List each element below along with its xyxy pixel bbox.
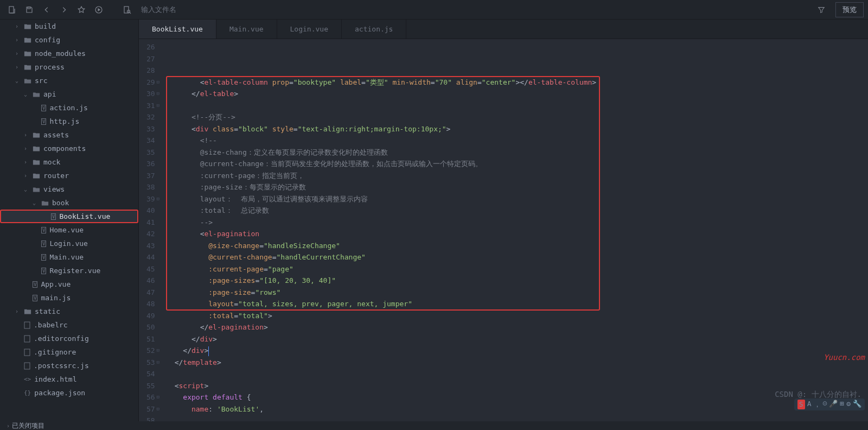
tree-file[interactable]: VApp.vue [0,277,138,291]
gutter-line: 33⊟ [139,123,159,135]
code-line[interactable]: :page-size="rows" [164,287,868,299]
tree-folder[interactable]: ⌄book [0,196,138,210]
forward-icon[interactable] [56,2,72,17]
code-line[interactable]: </el-pagination> [164,321,868,333]
file-icon: <> [24,376,31,383]
code-line[interactable]: :total： 总记录数 [164,205,868,217]
tree-folder[interactable]: ›router [0,169,138,182]
code-line[interactable]: <!--分页--> [164,111,868,123]
code-line[interactable]: :page-size：每页显示的记录数 [164,181,868,193]
code-line[interactable]: </div> [164,345,868,357]
tree-file[interactable]: <>index.html [0,372,138,386]
code-line[interactable]: <el-table-column prop="booktype" label="… [164,77,868,88]
code-line[interactable]: </el-table> [164,88,868,100]
code-content[interactable]: <el-table-column prop="booktype" label="… [164,39,868,421]
tree-folder[interactable]: ›assets [0,128,138,142]
tree-file[interactable]: VMain.vue [0,250,138,264]
tree-file[interactable]: VHome.vue [0,223,138,237]
gutter-line: 27⊟ [139,53,159,65]
folder-icon [24,36,31,44]
tab[interactable]: Login.vue [277,20,342,39]
code-area[interactable]: 26⊟27⊟28⊟29⊟30⊟31⊟32⊟33⊟34⊟35⊟36⊟37⊟38⊟3… [139,39,868,421]
code-line[interactable]: :current-page：指定当前页， [164,170,868,182]
file-icon: V [41,118,46,125]
code-line[interactable]: :page-sizes="[10, 20, 30, 40]" [164,275,868,287]
code-line[interactable] [164,100,868,112]
tree-file[interactable]: {}package.json [0,386,138,400]
folder-icon [24,64,31,71]
code-line[interactable]: :total="total"> [164,310,868,322]
ime-toolbar[interactable]: S A ， ☺ 🎤 ⊞ ⚙ 🔧 [794,399,865,410]
tab[interactable]: BookList.vue [139,20,216,39]
tree-file[interactable]: VBookList.vue [0,210,138,223]
tree-file[interactable]: .editorconfig [0,332,138,345]
folder-open-icon [41,199,49,207]
code-line[interactable] [164,415,868,421]
folder-open-icon [33,186,40,193]
tree-item-label: build [35,22,56,30]
tree-item-label: .postcssrc.js [34,362,89,370]
tree-file[interactable]: Vmain.js [0,291,138,305]
tab[interactable]: action.js [342,20,406,39]
gutter-line: 39⊟ [139,193,159,205]
code-line[interactable]: </div> [164,333,868,345]
code-line[interactable]: export default { [164,391,868,403]
tree-item-label: BookList.vue [59,212,110,220]
tree-item-label: .editorconfig [34,334,89,343]
tree-file[interactable]: .gitignore [0,345,138,359]
tree-folder[interactable]: ›mock [0,155,138,169]
tree-item-label: process [35,63,65,71]
code-line[interactable]: @size-chang：定义在每页显示的记录数变化时的处理函数 [164,147,868,159]
tree-file[interactable]: .babelrc [0,318,138,332]
tree-folder[interactable]: ›node_modules [0,47,138,60]
tree-folder[interactable]: ›config [0,33,138,47]
tree-folder[interactable]: ⌄api [0,87,138,101]
run-icon[interactable] [91,2,106,17]
filter-icon[interactable] [814,2,829,17]
tree-folder[interactable]: ›build [0,20,138,33]
code-line[interactable]: layout="total, sizes, prev, pager, next,… [164,298,868,310]
new-file-icon[interactable] [4,2,20,17]
file-icon: V [41,240,46,247]
tree-folder[interactable]: ⌄views [0,182,138,196]
code-line[interactable]: <!-- [164,135,868,147]
folder-icon [33,172,40,180]
code-line[interactable]: name: 'BookList', [164,403,868,415]
file-icon: V [33,294,37,301]
tree-file[interactable]: Vaction.js [0,101,138,115]
code-line[interactable]: --> [164,217,868,229]
file-tree[interactable]: ›build›config›node_modules›process⌄src⌄a… [0,20,139,421]
tree-file[interactable]: Vhttp.js [0,115,138,128]
code-line[interactable]: @current-change：当前页码发生变化时的处理函数，如点击页码或输入一… [164,158,868,170]
file-icon [24,335,30,343]
tree-folder[interactable]: ›static [0,305,138,318]
code-line[interactable]: :current-page="page" [164,263,868,275]
tab[interactable]: Main.vue [216,20,277,39]
search-file-icon[interactable] [119,2,135,17]
code-line[interactable]: layout： 布局，可以通过调整该项来调整显示内容 [164,193,868,205]
code-line[interactable]: <el-pagination [164,228,868,240]
code-line[interactable]: @current-change="handleCurrentChange" [164,251,868,263]
code-line[interactable]: <script> [164,380,868,392]
back-icon[interactable] [39,2,54,17]
tree-folder[interactable]: ⌄src [0,74,138,87]
tree-item-label: book [52,199,69,207]
save-icon[interactable] [22,2,37,17]
gutter-line: 50⊟ [139,321,159,333]
code-line[interactable]: @size-change="handleSizeChange" [164,240,868,252]
ime-settings-icon: ⚙ [846,400,851,409]
preview-button[interactable]: 预览 [835,2,864,17]
tree-file[interactable]: .postcssrc.js [0,359,138,372]
tree-file[interactable]: VLogin.vue [0,237,138,250]
tree-file[interactable]: VRegister.vue [0,264,138,277]
code-line[interactable]: </template> [164,357,868,369]
tree-folder[interactable]: ›components [0,142,138,155]
search-input[interactable]: 输入文件名 [141,5,812,15]
tree-item-label: Register.vue [49,267,100,275]
tree-folder[interactable]: ›process [0,60,138,74]
tree-item-label: action.js [49,104,87,112]
code-line[interactable]: <div class="block" style="text-align:rig… [164,123,868,135]
star-icon[interactable] [74,2,89,17]
code-line[interactable] [164,368,868,380]
gutter-line: 28⊟ [139,65,159,77]
